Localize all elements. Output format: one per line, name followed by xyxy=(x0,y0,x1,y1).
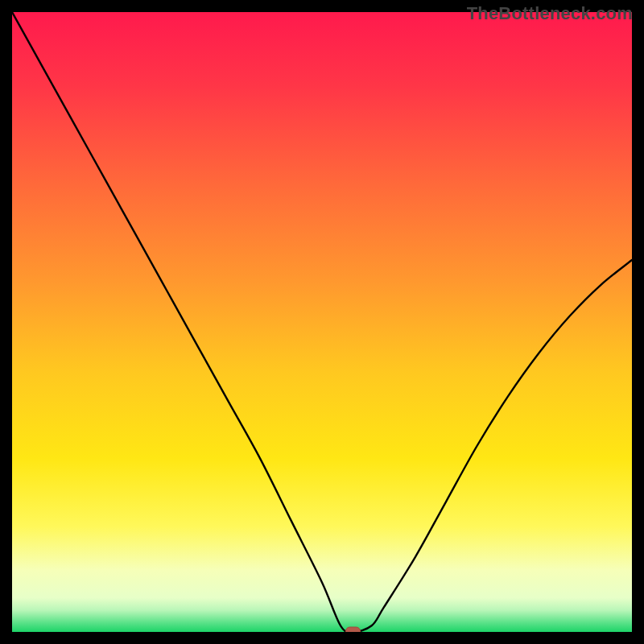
watermark-label: TheBottleneck.com xyxy=(467,3,633,24)
chart-svg xyxy=(12,12,632,632)
plot-area xyxy=(12,12,632,632)
chart-frame: TheBottleneck.com xyxy=(0,0,644,644)
optimum-marker xyxy=(346,627,361,632)
gradient-rect xyxy=(12,12,632,632)
